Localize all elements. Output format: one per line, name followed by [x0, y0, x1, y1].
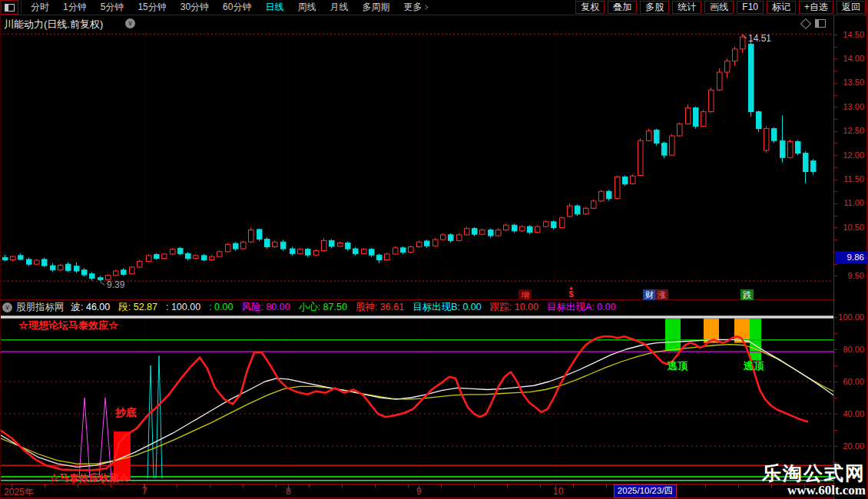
price-axis-label: 12.50: [843, 126, 864, 135]
indicator-field: 目标出现B: 0.00: [412, 302, 482, 312]
indicator-values: 波: 46.00段: 52.87: 100.00: 0.00风险: 80.00小…: [71, 301, 624, 314]
time-axis-label: 2025年: [4, 486, 34, 499]
time-axis-tick: [474, 484, 475, 487]
price-axis-label: 11.50: [843, 174, 864, 183]
toolbar-button[interactable]: 返回: [837, 1, 866, 14]
indicator-axis-tick: [834, 349, 837, 350]
svg-text:9.39: 9.39: [107, 279, 125, 290]
toolbar-button[interactable]: 画线: [704, 1, 734, 14]
period-tab[interactable]: 15分钟: [131, 1, 173, 14]
indicator-collapse-icon[interactable]: ∨: [2, 302, 12, 312]
time-axis-tick: [45, 484, 45, 487]
buy-signal-label: 抄底: [115, 406, 137, 420]
price-axis-label: 13.50: [843, 78, 864, 87]
indicator-axis-tick: [834, 365, 837, 366]
trading-app-window: 分时1分钟5分钟15分钟30分钟60分钟日线周线月线多周期更多﹥ 复权叠加多股统…: [0, 0, 868, 499]
price-axis: 9.86 14.5014.0013.5013.0012.5012.0011.50…: [833, 15, 867, 499]
period-tab[interactable]: 1分钟: [56, 1, 94, 14]
window-border: [0, 0, 1, 499]
toolbar-button[interactable]: 标记: [767, 1, 796, 14]
price-axis-tick: [834, 95, 837, 96]
candlestick-chart[interactable]: 14.519.39: [0, 31, 833, 299]
price-axis-label: 10.50: [843, 223, 864, 232]
period-tab[interactable]: 日线: [258, 1, 290, 14]
indicator-axis-tick: [834, 398, 837, 398]
toolbar-divider: [21, 1, 22, 14]
period-tab[interactable]: 5分钟: [94, 1, 131, 14]
indicator-axis-label: 80.00: [843, 345, 864, 354]
indicator-field: 风险: 80.00: [241, 302, 290, 312]
time-axis-month-tick: [144, 484, 145, 491]
sell-signal-label: 逃顶: [744, 359, 764, 373]
indicator-axis-tick: [834, 317, 837, 318]
indicator-axis-tick: [834, 430, 837, 431]
time-axis-tick: [276, 484, 277, 487]
signal-badge: 跌: [740, 289, 754, 300]
indicator-field: 股神: 36.61: [356, 302, 404, 312]
dollar-signal-badge: ▲$: [568, 285, 574, 299]
indicator-field: 小心: 87.50: [299, 302, 347, 312]
price-axis-tick: [834, 155, 837, 156]
chevron-down-icon[interactable]: ∨: [125, 18, 135, 28]
panel-toggle-icon[interactable]: [815, 19, 826, 28]
time-axis: 2025/10/23/四 2025年78910: [0, 484, 833, 498]
time-axis-label: 10: [553, 486, 563, 497]
price-axis-tick: [834, 180, 837, 180]
instrument-title[interactable]: 川能动力(日线.前复权): [4, 18, 103, 31]
indicator-chart[interactable]: [0, 315, 833, 484]
signal-badge: 涨: [655, 289, 668, 300]
period-tab[interactable]: 分时: [24, 1, 56, 14]
indicator-axis-label: 20.00: [843, 441, 864, 451]
price-axis-tick: [834, 167, 837, 168]
indicator-source-label[interactable]: 股朋指标网: [16, 301, 65, 314]
period-tab[interactable]: 更多﹥: [396, 1, 438, 14]
toolbar: 分时1分钟5分钟15分钟30分钟60分钟日线周线月线多周期更多﹥ 复权叠加多股统…: [0, 0, 868, 15]
indicator-title-text: ☆理想论坛马泰效应☆: [18, 319, 118, 332]
toolbar-button[interactable]: 复权: [575, 1, 605, 14]
period-tab[interactable]: 多周期: [355, 1, 396, 14]
price-axis-tick: [834, 143, 837, 144]
panel-divider: [0, 299, 866, 300]
time-axis-tick: [441, 484, 442, 487]
period-tabs: 分时1分钟5分钟15分钟30分钟60分钟日线周线月线多周期更多﹥: [24, 1, 438, 14]
indicator-axis-tick: [834, 446, 837, 447]
period-tab[interactable]: 月线: [323, 1, 355, 14]
toolbar-actions: 复权叠加多股统计画线F10标记+自选返回: [572, 1, 866, 14]
price-axis-label: 9.50: [848, 271, 864, 280]
diamond-icon[interactable]: [800, 18, 811, 29]
price-axis-label: 13.00: [843, 102, 864, 111]
period-tab[interactable]: 30分钟: [174, 1, 216, 14]
price-axis-label: 14.50: [843, 30, 864, 39]
time-axis-month-tick: [419, 484, 419, 491]
price-axis-tick: [834, 264, 837, 265]
sell-signal-label: 逃顶: [668, 359, 687, 373]
toolbar-button[interactable]: F10: [737, 1, 764, 14]
indicator-field: : 100.00: [166, 302, 200, 312]
period-tab[interactable]: 周线: [290, 1, 323, 14]
toolbar-button[interactable]: 叠加: [608, 1, 637, 14]
time-axis-tick: [408, 484, 409, 487]
time-axis-tick: [738, 484, 739, 487]
time-axis-tick: [540, 484, 541, 487]
time-axis-tick: [606, 484, 607, 487]
time-axis-tick: [210, 484, 210, 487]
indicator-field: 跟踪: 10.00: [490, 302, 538, 312]
title-bar: 川能动力(日线.前复权) ∨: [0, 16, 833, 30]
price-axis-label: 14.00: [843, 54, 864, 63]
time-axis-month-tick: [555, 484, 556, 491]
price-axis-tick: [834, 216, 837, 216]
window-split-icon[interactable]: [1, 0, 18, 15]
price-axis-tick: [834, 107, 837, 107]
price-axis-tick: [834, 58, 837, 59]
indicator-axis-label: 60.00: [843, 377, 864, 386]
toolbar-button[interactable]: 多股: [640, 1, 669, 14]
time-axis-tick: [573, 484, 574, 487]
time-axis-tick: [309, 484, 310, 487]
toolbar-button[interactable]: 统计: [672, 1, 701, 14]
indicator-header: ∨ 股朋指标网 波: 46.00段: 52.87: 100.00: 0.00风险…: [0, 301, 833, 314]
price-axis-tick: [834, 119, 837, 120]
time-axis-tick: [507, 484, 508, 487]
price-axis-tick: [834, 227, 837, 228]
toolbar-button[interactable]: +自选: [799, 1, 833, 14]
period-tab[interactable]: 60分钟: [216, 1, 258, 14]
